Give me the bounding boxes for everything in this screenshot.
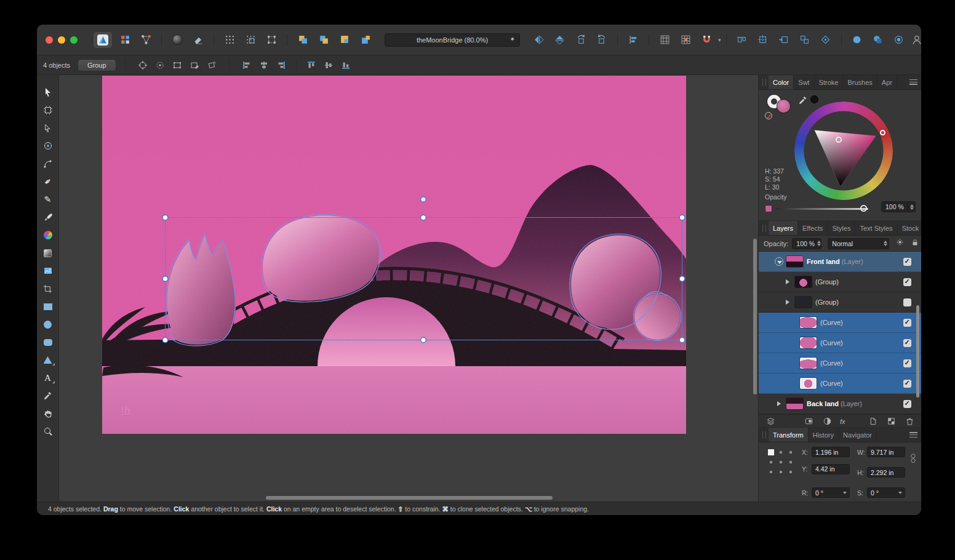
snap-candidate-5-icon[interactable] (818, 33, 833, 47)
layer-row[interactable]: (Curve) (759, 353, 921, 374)
mask-layer-icon[interactable] (803, 416, 814, 427)
disclosure-triangle[interactable] (788, 338, 797, 347)
transform-field-input[interactable]: 4.42 in (812, 464, 850, 474)
point-transform-tool[interactable] (39, 138, 57, 153)
color-panel-tab[interactable]: Brushes (843, 75, 877, 89)
disclosure-triangle[interactable] (775, 399, 783, 408)
layer-visibility-checkbox[interactable] (903, 258, 911, 266)
hue-marker[interactable] (880, 130, 885, 135)
insert-in-front-icon[interactable] (316, 33, 331, 47)
minimize-button[interactable] (58, 36, 65, 44)
disclosure-triangle[interactable] (788, 359, 797, 367)
layers-panel-tab[interactable]: Effects (798, 221, 828, 235)
edit-bounds-icon[interactable] (188, 58, 201, 72)
export-persona-icon[interactable] (138, 33, 153, 47)
rotate-ccw-icon[interactable] (573, 33, 588, 47)
opacity-slider-knob[interactable] (860, 205, 867, 212)
pixel-persona-icon[interactable] (118, 33, 132, 47)
blend-ranges-icon[interactable] (765, 416, 776, 427)
artistic-text-tool[interactable]: A (39, 370, 57, 385)
transform-panel-tab[interactable]: Navigator (839, 428, 877, 442)
layer-visibility-checkbox[interactable] (903, 339, 911, 347)
insert-behind-icon[interactable] (295, 33, 310, 47)
insert-on-top-icon[interactable] (358, 33, 373, 47)
opacity-slider[interactable] (776, 208, 868, 210)
transform-field-input[interactable]: 2.292 in (867, 467, 905, 478)
layers-scrollbar[interactable] (916, 305, 919, 398)
fx-icon[interactable]: fx (840, 418, 845, 425)
anchor-point-selector[interactable] (766, 447, 796, 479)
transform-panel-tab[interactable]: Transform (769, 428, 809, 442)
disclosure-triangle[interactable] (783, 298, 792, 306)
geometry-add-icon[interactable] (850, 33, 865, 47)
opacity-swatch[interactable] (765, 205, 772, 212)
layers-panel-tab[interactable]: Stock (898, 221, 921, 235)
transform-field-input[interactable]: 1.196 in (812, 447, 850, 457)
account-icon[interactable] (909, 33, 921, 47)
align-middle-icon[interactable] (322, 58, 335, 72)
lock-icon[interactable] (911, 238, 919, 249)
layer-row[interactable]: (Group) (759, 272, 921, 292)
layer-row[interactable]: (Curve) (759, 313, 921, 333)
rectangle-tool[interactable] (39, 299, 57, 314)
canvas-vertical-scrollbar[interactable] (753, 239, 757, 394)
new-pixel-layer-icon[interactable] (885, 416, 897, 427)
color-panel-tab[interactable]: Swt (794, 75, 814, 89)
panel-grip[interactable] (762, 431, 766, 439)
flip-horizontal-icon[interactable] (532, 33, 546, 47)
vector-crop-tool[interactable] (39, 281, 57, 296)
color-panel-tab[interactable]: Stroke (815, 75, 844, 89)
transform-field-input[interactable]: 0 ° (812, 487, 850, 498)
group-button[interactable]: Group (78, 59, 116, 71)
opacity-value-dropdown[interactable]: 100 % (881, 201, 916, 212)
close-button[interactable] (46, 36, 53, 44)
blend-options-gear-icon[interactable] (895, 238, 905, 249)
fill-swatch[interactable] (777, 100, 790, 113)
align-bottom-icon[interactable] (339, 58, 353, 72)
geometry-target-icon[interactable] (892, 33, 906, 47)
geometry-combine-icon[interactable] (871, 33, 885, 47)
layer-row[interactable]: (Curve) (759, 333, 921, 353)
layer-visibility-checkbox[interactable] (903, 380, 911, 388)
layer-visibility-checkbox[interactable] (903, 298, 911, 306)
bounds-icon[interactable] (170, 58, 184, 72)
fill-tool[interactable] (39, 228, 57, 242)
transform-panel-tab[interactable]: History (809, 428, 839, 442)
layers-panel-tab[interactable]: Text Styles (855, 221, 897, 235)
blend-mode-dropdown[interactable]: Normal (828, 238, 889, 249)
pasteboard[interactable]: !b (59, 75, 758, 502)
place-image-tool[interactable] (39, 263, 57, 278)
zoom-button[interactable] (70, 36, 78, 44)
flip-vertical-icon[interactable] (553, 33, 567, 47)
artboard-tool[interactable] (39, 103, 57, 118)
designer-persona-icon[interactable] (94, 32, 112, 48)
rotation-handle[interactable] (421, 197, 426, 202)
align-right-icon[interactable] (274, 58, 288, 72)
snapping-options-caret[interactable]: ▾ (718, 37, 721, 43)
canvas-horizontal-scrollbar[interactable] (266, 496, 553, 500)
canvas[interactable]: !b (102, 76, 686, 434)
disclosure-triangle[interactable] (788, 318, 797, 327)
layer-visibility-checkbox[interactable] (903, 319, 911, 327)
node-tool[interactable] (39, 121, 57, 135)
layers-panel-tab[interactable]: Layers (769, 221, 798, 235)
zoom-tool[interactable] (39, 424, 57, 439)
layer-visibility-checkbox[interactable] (903, 359, 911, 367)
layers-panel-tab[interactable]: Styles (828, 221, 855, 235)
snap-candidate-3-icon[interactable] (777, 33, 791, 47)
align-left-icon[interactable] (240, 58, 254, 72)
colour-picker-tool[interactable] (39, 388, 57, 403)
eraser-icon[interactable] (191, 33, 206, 47)
pen-tool[interactable]: ✒ (39, 174, 57, 189)
panel-menu-icon[interactable] (909, 432, 917, 438)
move-tool[interactable] (39, 85, 57, 100)
transform-box-icon[interactable] (264, 33, 279, 47)
transparency-tool[interactable] (39, 246, 57, 260)
delete-layer-icon[interactable] (904, 416, 915, 427)
insert-inside-icon[interactable] (337, 33, 352, 47)
layer-visibility-checkbox[interactable] (903, 278, 911, 286)
disclosure-triangle[interactable] (775, 257, 783, 266)
rotation-center-icon[interactable] (136, 58, 150, 72)
color-wheel[interactable] (794, 102, 893, 200)
dot-grid-alt-icon[interactable] (243, 33, 258, 47)
